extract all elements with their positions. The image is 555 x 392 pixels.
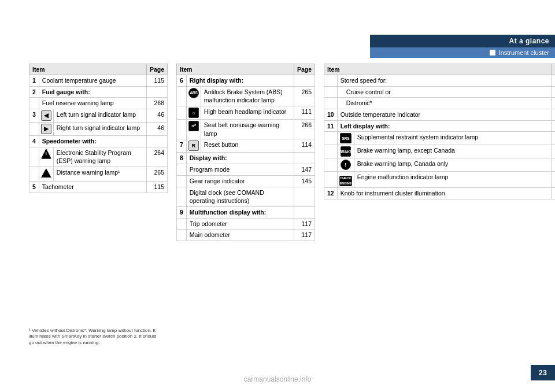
- item-text: Cruise control or: [337, 86, 551, 98]
- item-num: 2: [29, 86, 39, 98]
- table-row: Distance warning lamp¹ 265: [29, 167, 168, 182]
- item-num: [324, 132, 338, 145]
- table-row: 11 Left display with:: [324, 120, 556, 132]
- item-num: 9: [177, 206, 187, 218]
- item-page: 115: [146, 75, 167, 87]
- reset-icon: R: [188, 140, 199, 151]
- highbeam-icon: ☼: [188, 108, 199, 118]
- item-text: Engine malfunction indicator lamp: [354, 172, 551, 187]
- table2-item-header: Item: [177, 64, 294, 75]
- item-num: 3: [29, 109, 39, 123]
- item-page: [146, 86, 167, 98]
- table1-item-header: Item: [29, 64, 147, 75]
- item-text: Antilock Brake System (ABS) malfunction …: [201, 86, 294, 106]
- item-text: Trip odometer: [186, 218, 294, 230]
- table-row: 4 Speedometer with:: [29, 136, 168, 147]
- table-row: Distronic* 179: [324, 98, 556, 109]
- header-title: At a glance: [370, 35, 555, 47]
- item-page: [294, 206, 314, 218]
- table3-page-header: Page: [552, 64, 555, 75]
- item-num: [324, 172, 338, 187]
- item-num: 7: [177, 139, 187, 153]
- item-num: 10: [324, 109, 338, 121]
- item-text: Knob for instrument cluster illumination: [337, 187, 551, 199]
- table-row: 5 Tachometer 115: [29, 181, 168, 193]
- item-num: [177, 106, 187, 120]
- table3: Item Page Stored speed for: Cruise contr…: [324, 64, 555, 241]
- table-row: 3 ◀ Left turn signal indicator lamp 46: [29, 109, 168, 123]
- item-text: Fuel gauge with:: [39, 86, 146, 98]
- item-num: [324, 98, 338, 109]
- icon-cell: !: [39, 147, 53, 167]
- table-row: SRS Supplemental restraint system indica…: [324, 132, 556, 145]
- item-page: 46: [146, 109, 167, 123]
- item-num: 6: [177, 75, 187, 87]
- item-page: [294, 187, 314, 206]
- header-bar: At a glance Instrument cluster: [370, 35, 555, 58]
- watermark: carmanualsonline.info: [244, 375, 312, 383]
- item-page: 179: [552, 98, 555, 109]
- item-text: Distance warning lamp¹: [53, 167, 146, 182]
- item-text: High beam headlamp indicator: [201, 106, 294, 120]
- item-page: [294, 75, 314, 87]
- table-row: Trip odometer 117: [177, 218, 315, 230]
- footnote: ¹ Vehicles without Distronic*: Warning l…: [29, 328, 162, 346]
- table-row: Main odometer 117: [177, 230, 315, 241]
- item-page: 266: [552, 132, 555, 145]
- header-subtitle-text: Instrument cluster: [499, 49, 549, 56]
- table-row: Fuel reserve warning lamp 268: [29, 98, 168, 109]
- table2: Item Page 6 Right display with: ABS Anti…: [176, 64, 315, 241]
- item-page: 117: [294, 230, 314, 241]
- srs-icon: SRS: [340, 133, 352, 143]
- item-text: Coolant temperature gauge: [39, 75, 146, 87]
- header-subtitle: Instrument cluster: [370, 47, 555, 58]
- item-num: [324, 158, 338, 172]
- item-num: [177, 218, 187, 230]
- item-page: 115: [146, 181, 167, 193]
- table-row: CHECK ENGINE Engine malfunction indicato…: [324, 172, 556, 187]
- item-page: 267: [552, 158, 555, 172]
- page-number: 23: [531, 365, 555, 380]
- item-text: Brake warning lamp, except Canada: [354, 145, 551, 158]
- table-row: 2 Fuel gauge with:: [29, 86, 168, 98]
- table3-item-header: Item: [324, 64, 552, 75]
- item-page: 46: [146, 123, 167, 136]
- table2-page-header: Page: [294, 64, 314, 75]
- item-text: Supplemental restraint system indicator …: [354, 132, 551, 145]
- right-turn-icon: ▶: [41, 124, 51, 134]
- item-text: Brake warning lamp, Canada only: [354, 158, 551, 172]
- item-num: 4: [29, 136, 39, 147]
- item-page: 114: [552, 187, 555, 199]
- item-num: [324, 86, 338, 98]
- item-text: Left turn signal indicator lamp: [53, 109, 146, 123]
- item-text: Display with:: [186, 153, 294, 164]
- icon-cell: BRAKE: [337, 145, 354, 158]
- icon-cell: ☍: [186, 120, 201, 139]
- table-row: ! Brake warning lamp, Canada only 267: [324, 158, 556, 172]
- item-page: 265: [146, 167, 167, 182]
- item-page: 266: [294, 120, 314, 139]
- table-row: 9 Multifunction display with:: [177, 206, 315, 218]
- table-row: Digital clock (see COMAND operating inst…: [177, 187, 315, 206]
- brake-canada-icon: !: [341, 160, 351, 170]
- item-text: Right turn signal indicator lamp: [53, 123, 146, 136]
- item-page: 264: [146, 147, 167, 167]
- item-page: 115: [552, 109, 555, 121]
- item-num: [29, 123, 39, 136]
- icon-cell: R: [186, 139, 201, 153]
- item-page: [552, 120, 555, 132]
- main-content: Item Page 1 Coolant temperature gauge 11…: [29, 64, 555, 241]
- item-num: [29, 98, 39, 109]
- left-turn-icon: ◀: [41, 110, 51, 121]
- item-page: [294, 153, 314, 164]
- table-row: 7 R Reset button 114: [177, 139, 315, 153]
- item-text: Left display with:: [337, 120, 551, 132]
- item-text: Program mode: [186, 164, 294, 176]
- item-page: [552, 75, 555, 87]
- table-row: 10 Outside temperature indicator 115: [324, 109, 556, 121]
- item-num: [177, 164, 187, 176]
- item-num: [177, 175, 187, 187]
- item-num: [324, 145, 338, 158]
- item-num: [29, 167, 39, 182]
- seatbelt-icon: ☍: [188, 121, 199, 131]
